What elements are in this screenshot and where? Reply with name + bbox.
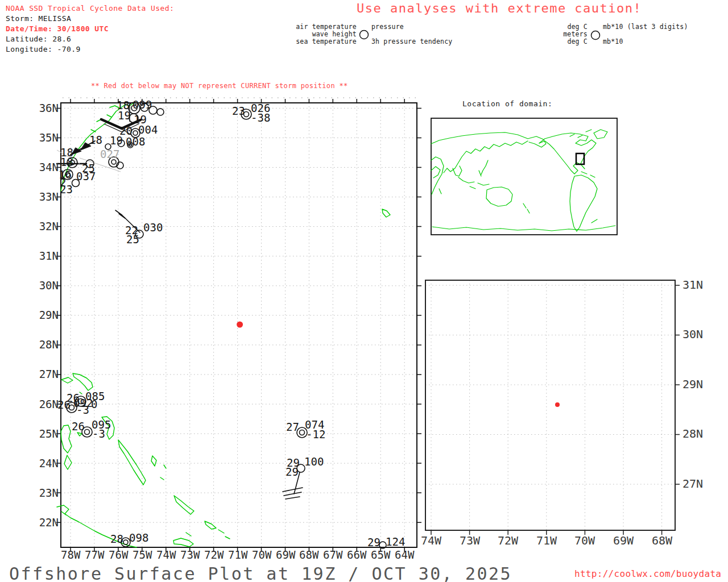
inset-lon-label: 70W (574, 535, 595, 546)
storm-position-warning: ** Red dot below may NOT represent CURRE… (91, 82, 348, 90)
station-tendency: -3 (92, 429, 105, 439)
zoom-inset-grid (425, 280, 675, 530)
lat-label: 36N (37, 102, 59, 114)
lat-label: 22N (37, 517, 59, 528)
legend-sea-temperature: sea temperature (288, 38, 357, 45)
legend-units-pressure: mb*10 (last 3 digits) (603, 23, 688, 31)
inset-lon-label: 68W (652, 535, 672, 546)
lon-label: 72W (204, 549, 224, 560)
station-air-temp: 18 (60, 157, 73, 168)
station-sea-temp: 25 (126, 234, 139, 245)
lat-label: 33N (37, 191, 59, 202)
lon-label: 75W (133, 549, 152, 560)
storm-position-dot (237, 322, 243, 328)
lon-label: 65W (371, 549, 390, 560)
station-pressure: 099 (133, 99, 152, 110)
station-pressure: 004 (138, 124, 158, 135)
world-map (431, 118, 617, 235)
lat-label: 31N (37, 250, 59, 261)
zoom-inset-border-ticks (425, 280, 680, 535)
station-air-temp: 23 (232, 106, 245, 117)
station-air-temp: 29 (367, 537, 380, 548)
legend-units-tendency: mb*10 (603, 38, 623, 45)
station-air-temp: 19 (118, 110, 131, 121)
station-air-temp: 26 (57, 400, 71, 410)
lat-label: 28N (37, 339, 59, 350)
station-sea-temp: 29 (286, 467, 299, 477)
legend-pressure-tendency: 3h pressure tendency (371, 38, 452, 45)
station-pressure: 008 (126, 136, 145, 147)
lat-label: 27N (37, 368, 59, 380)
header-latitude-line: Latitude: 28.6 (6, 34, 71, 44)
station-tendency: -38 (251, 113, 270, 123)
inset-lat-label: 27N (682, 478, 703, 489)
lon-label: 76W (109, 549, 128, 560)
lat-label: 23N (37, 487, 59, 498)
world-inset-title: Location of domain: (462, 99, 552, 108)
lon-label: 71W (228, 549, 247, 560)
lon-label: 68W (299, 549, 318, 560)
inset-lat-label: 30N (682, 329, 703, 340)
station-pressure: 100 (304, 456, 324, 467)
caution-text: Use analyses with extreme caution! (357, 1, 642, 15)
station-tendency: -12 (306, 429, 325, 440)
station-sea-temp: 23 (60, 184, 73, 195)
lat-label: 30N (37, 280, 59, 291)
station-pressure: 027 (100, 149, 119, 160)
legend-units-wave: meters (519, 30, 588, 38)
lon-label: 67W (323, 549, 342, 560)
lon-label: 78W (61, 549, 80, 560)
station-air-temp: 26 (72, 421, 85, 432)
lat-label: 34N (37, 161, 59, 173)
header-datetime-line: Date/Time: 30/1800 UTC (6, 24, 109, 34)
lon-label: 74W (156, 549, 176, 560)
lon-label: 70W (252, 549, 271, 560)
legend-units-air-temp: deg C (519, 23, 588, 31)
lon-label: 64W (395, 549, 414, 560)
buoy-plot-page: NOAA SSD Tropical Cyclone Data Used: Sto… (0, 0, 728, 582)
inset-lon-label: 74W (421, 535, 441, 546)
bermuda-island (382, 209, 390, 217)
lat-label: 25N (37, 428, 59, 439)
station-tendency: -3 (76, 405, 89, 415)
inset-lon-label: 71W (536, 535, 557, 546)
inset-storm-dot (555, 402, 560, 407)
inset-lat-label: 31N (682, 279, 703, 290)
station-air-temp: 19 (110, 135, 123, 146)
lon-label: 77W (85, 549, 104, 560)
lat-label: 24N (37, 458, 59, 469)
header-storm-line: Storm: MELISSA (6, 14, 71, 24)
lat-label: 35N (37, 132, 59, 143)
legend-air-temperature: air temperature (288, 23, 357, 31)
station-air-temp: 28 (110, 534, 123, 544)
source-url[interactable]: http://coolwx.com/buoydata (574, 568, 721, 579)
inset-lat-label: 29N (682, 379, 703, 390)
lon-label: 69W (276, 549, 295, 560)
inset-lon-label: 69W (613, 535, 634, 546)
header-source-line: NOAA SSD Tropical Cyclone Data Used: (6, 3, 174, 14)
legend-pressure: pressure (371, 23, 404, 31)
station-air-temp: 18 (89, 135, 102, 146)
lat-label: 29N (37, 309, 59, 321)
inset-lon-label: 72W (498, 535, 518, 546)
station-pressure: 124 (386, 537, 405, 547)
inset-lat-label: 28N (682, 428, 703, 439)
station-pressure: 098 (129, 533, 148, 543)
legend-wave-height: wave height (288, 30, 357, 38)
lat-label: 32N (37, 221, 59, 232)
lon-label: 73W (180, 549, 200, 560)
plot-title: Offshore Surface Plot at 19Z / OCT 30, 2… (9, 564, 512, 582)
legend-units-sea-temp: deg C (519, 38, 588, 45)
lon-label: 66W (347, 549, 366, 560)
station-pressure: 030 (143, 222, 163, 233)
coastlines (57, 103, 390, 547)
station-air-temp: 27 (286, 422, 299, 433)
lat-label: 26N (37, 398, 59, 410)
station-symbols (63, 102, 386, 548)
station-pressure: 037 (76, 171, 96, 182)
header-longitude-line: Longitude: -70.9 (6, 44, 81, 55)
inset-lon-label: 73W (460, 535, 480, 546)
